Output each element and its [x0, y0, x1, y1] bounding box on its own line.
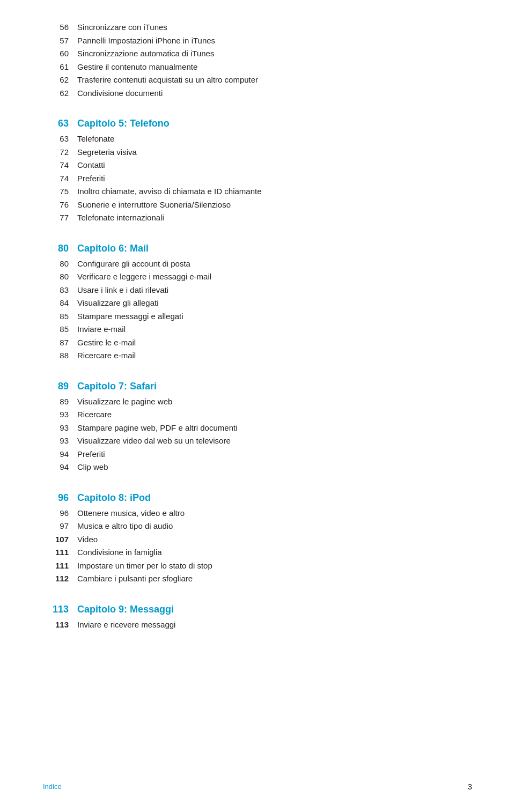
toc-item-number: 93	[43, 422, 69, 434]
toc-entry: 77Telefonate internazionali	[43, 212, 472, 224]
footer-label: Indice	[43, 781, 62, 792]
toc-item-text: Ricercare	[77, 409, 112, 421]
spacer	[43, 100, 472, 107]
toc-item-number: 97	[43, 520, 69, 533]
toc-item-text: Sincronizzare con iTunes	[77, 21, 167, 34]
toc-entry: 87Gestire le e-mail	[43, 337, 472, 349]
toc-item-number: 74	[43, 173, 69, 185]
toc-item-text: Inoltro chiamate, avviso di chiamata e I…	[77, 186, 262, 198]
toc-entry: 84Visualizzare gli allegati	[43, 297, 472, 309]
toc-item-number: 60	[43, 48, 69, 60]
toc-item-text: Sincronizzazione automatica di iTunes	[77, 48, 214, 60]
toc-item-number: 89	[43, 396, 69, 408]
chapter-entry: 63Capitolo 5: Telefono	[43, 116, 472, 131]
toc-entry: 88Ricercare e-mail	[43, 350, 472, 362]
toc-item-text: Visualizzare gli allegati	[77, 297, 158, 309]
toc-item-text: Visualizzare video dal web su un televis…	[77, 435, 231, 447]
toc-item-number: 94	[43, 448, 69, 461]
toc-item-number: 93	[43, 435, 69, 447]
toc-item-text: Gestire le e-mail	[77, 337, 136, 349]
toc-item-text: Segreteria visiva	[77, 146, 137, 159]
toc-entry: 75Inoltro chiamate, avviso di chiamata e…	[43, 186, 472, 198]
toc-item-text: Cambiare i pulsanti per sfogliare	[77, 573, 193, 585]
toc-item-number: 80	[43, 258, 69, 270]
toc-item-number: 56	[43, 21, 69, 34]
chapter-title: Capitolo 8: iPod	[77, 491, 151, 505]
footer: Indice 3	[0, 781, 515, 793]
toc-item-number: 96	[43, 507, 69, 520]
toc-item-number: 76	[43, 199, 69, 211]
toc-entry: 80Configurare gli account di posta	[43, 258, 472, 270]
chapter-entry: 89Capitolo 7: Safari	[43, 379, 472, 394]
chapter-title: Capitolo 5: Telefono	[77, 116, 170, 131]
toc-item-text: Video	[77, 534, 98, 546]
chapter-number: 113	[43, 602, 69, 617]
toc-item-text: Ricercare e-mail	[77, 350, 136, 362]
toc-entry: 111Impostare un timer per lo stato di st…	[43, 560, 472, 572]
page: 56Sincronizzare con iTunes57Pannelli Imp…	[0, 0, 515, 812]
toc-item-number: 87	[43, 337, 69, 349]
toc-entry: 111Condivisione in famiglia	[43, 547, 472, 559]
chapter-entry: 96Capitolo 8: iPod	[43, 491, 472, 505]
toc-entry: 113Inviare e ricevere messaggi	[43, 619, 472, 631]
toc-item-text: Visualizzare le pagine web	[77, 396, 172, 408]
toc-entry: 93Ricercare	[43, 409, 472, 421]
chapter-number: 63	[43, 116, 69, 131]
toc-entry: 60Sincronizzazione automatica di iTunes	[43, 48, 472, 60]
toc-entry: 74Contatti	[43, 159, 472, 172]
toc-item-number: 113	[43, 619, 69, 631]
spacer	[43, 363, 472, 370]
chapter-number: 80	[43, 241, 69, 256]
toc-item-text: Impostare un timer per lo stato di stop	[77, 560, 212, 572]
chapter-number: 89	[43, 379, 69, 394]
toc-item-number: 94	[43, 461, 69, 474]
toc-item-number: 111	[43, 547, 69, 559]
toc-entry: 85Stampare messaggi e allegati	[43, 311, 472, 323]
toc-item-text: Suonerie e interruttore Suoneria/Silenzi…	[77, 199, 231, 211]
toc-entry: 93Stampare pagine web, PDF e altri docum…	[43, 422, 472, 434]
toc-item-text: Inviare e-mail	[77, 323, 126, 336]
toc-item-text: Trasferire contenuti acquistati su un al…	[77, 74, 258, 86]
chapter-title: Capitolo 9: Messaggi	[77, 602, 174, 617]
toc-item-number: 80	[43, 271, 69, 283]
toc-entry: 112Cambiare i pulsanti per sfogliare	[43, 573, 472, 585]
toc-item-number: 111	[43, 560, 69, 572]
toc-entry: 72Segreteria visiva	[43, 146, 472, 159]
toc-container: 56Sincronizzare con iTunes57Pannelli Imp…	[43, 21, 472, 631]
toc-item-number: 72	[43, 146, 69, 159]
toc-item-number: 93	[43, 409, 69, 421]
chapter-entry: 80Capitolo 6: Mail	[43, 241, 472, 256]
toc-item-number: 88	[43, 350, 69, 362]
toc-item-text: Usare i link e i dati rilevati	[77, 284, 168, 297]
toc-entry: 85Inviare e-mail	[43, 323, 472, 336]
toc-item-text: Telefonate	[77, 133, 114, 145]
chapter-title: Capitolo 7: Safari	[77, 379, 157, 394]
toc-item-number: 62	[43, 74, 69, 86]
toc-item-number: 77	[43, 212, 69, 224]
toc-item-number: 57	[43, 35, 69, 47]
toc-item-text: Stampare messaggi e allegati	[77, 311, 183, 323]
toc-entry: 76Suonerie e interruttore Suoneria/Silen…	[43, 199, 472, 211]
chapter-number: 96	[43, 491, 69, 505]
toc-entry: 80Verificare e leggere i messaggi e-mail	[43, 271, 472, 283]
toc-item-text: Configurare gli account di posta	[77, 258, 190, 270]
toc-item-number: 112	[43, 573, 69, 585]
toc-item-text: Clip web	[77, 461, 108, 474]
toc-entry: 94Clip web	[43, 461, 472, 474]
toc-item-number: 107	[43, 534, 69, 546]
toc-item-text: Gestire il contenuto manualmente	[77, 61, 197, 73]
toc-item-text: Telefonate internazionali	[77, 212, 164, 224]
toc-item-text: Preferiti	[77, 173, 105, 185]
toc-entry: 74Preferiti	[43, 173, 472, 185]
toc-item-number: 62	[43, 87, 69, 100]
spacer	[43, 475, 472, 481]
toc-item-text: Musica e altro tipo di audio	[77, 520, 173, 533]
toc-entry: 89Visualizzare le pagine web	[43, 396, 472, 408]
spacer	[43, 225, 472, 232]
toc-entry: 97Musica e altro tipo di audio	[43, 520, 472, 533]
toc-item-text: Contatti	[77, 159, 105, 172]
spacer	[43, 586, 472, 593]
toc-item-text: Stampare pagine web, PDF e altri documen…	[77, 422, 237, 434]
toc-item-text: Ottenere musica, video e altro	[77, 507, 185, 520]
chapter-title: Capitolo 6: Mail	[77, 241, 149, 256]
